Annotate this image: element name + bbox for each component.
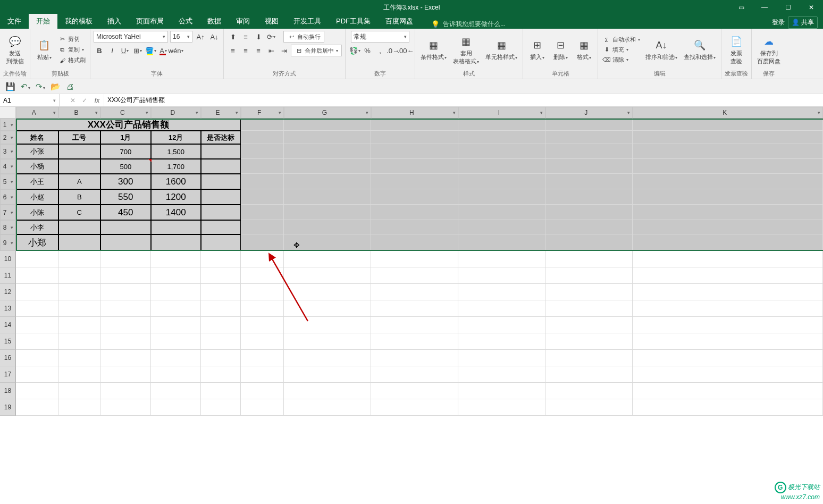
row-header[interactable]: 15 bbox=[0, 333, 16, 350]
cell[interactable]: 300 bbox=[100, 174, 150, 189]
cell[interactable]: 1400 bbox=[151, 205, 201, 220]
cell[interactable] bbox=[458, 251, 545, 267]
col-header[interactable]: J bbox=[545, 107, 633, 119]
sort-filter-button[interactable]: A↓排序和筛选▾ bbox=[643, 37, 679, 62]
row-header[interactable]: 1 bbox=[0, 119, 16, 131]
cell[interactable] bbox=[16, 251, 58, 267]
cell[interactable] bbox=[545, 131, 633, 144]
cell[interactable]: 1200 bbox=[151, 189, 201, 205]
cell[interactable] bbox=[458, 267, 545, 284]
cell[interactable] bbox=[241, 251, 284, 267]
cell[interactable] bbox=[633, 119, 823, 131]
autosum-button[interactable]: Σ自动求和▾ bbox=[601, 35, 641, 45]
cell[interactable] bbox=[241, 119, 284, 131]
row-header[interactable]: 11 bbox=[0, 267, 16, 284]
cell[interactable] bbox=[458, 317, 545, 333]
cell[interactable] bbox=[201, 159, 241, 174]
cell[interactable]: 小王 bbox=[16, 174, 58, 189]
cell[interactable] bbox=[58, 144, 101, 159]
cell[interactable] bbox=[545, 267, 633, 284]
enter-formula-icon[interactable]: ✓ bbox=[79, 94, 90, 106]
cell[interactable] bbox=[100, 317, 150, 333]
row-header[interactable]: 9 bbox=[0, 234, 16, 251]
cell[interactable]: 是否达标 bbox=[201, 131, 241, 144]
row-header[interactable]: 14 bbox=[0, 317, 16, 333]
delete-button[interactable]: ⊟删除▾ bbox=[550, 37, 571, 62]
cell[interactable] bbox=[100, 251, 150, 267]
row-header[interactable]: 18 bbox=[0, 383, 16, 399]
cell[interactable] bbox=[58, 383, 101, 399]
cell[interactable] bbox=[545, 366, 633, 383]
cell[interactable] bbox=[371, 234, 458, 251]
cell[interactable] bbox=[371, 205, 458, 220]
border-button[interactable]: ⊞▾ bbox=[132, 45, 144, 56]
currency-button[interactable]: 💱▾ bbox=[349, 45, 360, 56]
cell[interactable] bbox=[371, 366, 458, 383]
cell[interactable] bbox=[16, 366, 58, 383]
cell[interactable]: 工号 bbox=[58, 131, 101, 144]
fx-icon[interactable]: fx bbox=[90, 94, 104, 106]
cell[interactable] bbox=[201, 284, 241, 300]
cell[interactable] bbox=[284, 205, 371, 220]
col-header[interactable]: A bbox=[16, 107, 58, 119]
cell[interactable] bbox=[201, 333, 241, 350]
cell[interactable] bbox=[151, 383, 201, 399]
paste-button[interactable]: 📋 粘贴▾ bbox=[33, 37, 55, 62]
cell[interactable] bbox=[16, 399, 58, 416]
insert-button[interactable]: ⊞插入▾ bbox=[526, 37, 548, 62]
cell[interactable] bbox=[284, 251, 371, 267]
cell[interactable] bbox=[371, 189, 458, 205]
cell[interactable] bbox=[58, 220, 101, 234]
cell[interactable] bbox=[371, 284, 458, 300]
menu-tab-11[interactable]: 百度网盘 bbox=[378, 14, 421, 29]
select-all-corner[interactable] bbox=[0, 107, 16, 119]
cell[interactable] bbox=[241, 174, 284, 189]
col-header[interactable]: K bbox=[633, 107, 823, 119]
cell[interactable] bbox=[100, 399, 150, 416]
cell[interactable]: 500 bbox=[100, 159, 150, 174]
menu-tab-2[interactable]: 我的模板 bbox=[57, 14, 100, 29]
cell[interactable]: 小张 bbox=[16, 144, 58, 159]
col-header[interactable]: D bbox=[151, 107, 201, 119]
cell[interactable] bbox=[201, 366, 241, 383]
cell[interactable] bbox=[201, 189, 241, 205]
cell[interactable] bbox=[58, 350, 101, 366]
row-header[interactable]: 7 bbox=[0, 205, 16, 220]
undo-icon[interactable]: ↶▾ bbox=[21, 82, 30, 91]
cell[interactable]: 1,500 bbox=[151, 144, 201, 159]
cell[interactable] bbox=[201, 205, 241, 220]
cell[interactable] bbox=[58, 366, 101, 383]
cell[interactable] bbox=[151, 220, 201, 234]
cell[interactable] bbox=[58, 267, 101, 284]
cell[interactable] bbox=[371, 131, 458, 144]
cell[interactable] bbox=[241, 234, 284, 251]
cell[interactable]: 1月 bbox=[100, 131, 150, 144]
conditional-format-button[interactable]: ▦条件格式▾ bbox=[418, 37, 449, 62]
share-button[interactable]: 👤 共享 bbox=[788, 16, 818, 29]
cell[interactable]: 小赵 bbox=[16, 189, 58, 205]
col-header[interactable]: C bbox=[100, 107, 150, 119]
cell[interactable] bbox=[633, 366, 823, 383]
cell[interactable] bbox=[545, 317, 633, 333]
cell[interactable] bbox=[100, 383, 150, 399]
cell[interactable] bbox=[458, 284, 545, 300]
cell[interactable] bbox=[16, 300, 58, 317]
cell[interactable] bbox=[633, 131, 823, 144]
cell[interactable] bbox=[284, 284, 371, 300]
italic-button[interactable]: I bbox=[106, 45, 118, 56]
cell[interactable]: XXX公司产品销售额 bbox=[16, 119, 241, 131]
cell[interactable] bbox=[201, 383, 241, 399]
decrease-font-icon[interactable]: A↓ bbox=[208, 31, 220, 43]
cell[interactable] bbox=[545, 350, 633, 366]
formula-input[interactable]: XXX公司产品销售额 bbox=[104, 94, 823, 106]
cell[interactable] bbox=[545, 205, 633, 220]
cell[interactable] bbox=[284, 159, 371, 174]
cell[interactable] bbox=[545, 119, 633, 131]
number-format-select[interactable]: 常规 bbox=[351, 31, 409, 43]
cell[interactable] bbox=[58, 333, 101, 350]
font-color-button[interactable]: A▾ bbox=[157, 45, 169, 56]
menu-tab-8[interactable]: 视图 bbox=[257, 14, 286, 29]
row-header[interactable]: 19 bbox=[0, 399, 16, 416]
cell[interactable] bbox=[371, 119, 458, 131]
cell[interactable] bbox=[458, 144, 545, 159]
